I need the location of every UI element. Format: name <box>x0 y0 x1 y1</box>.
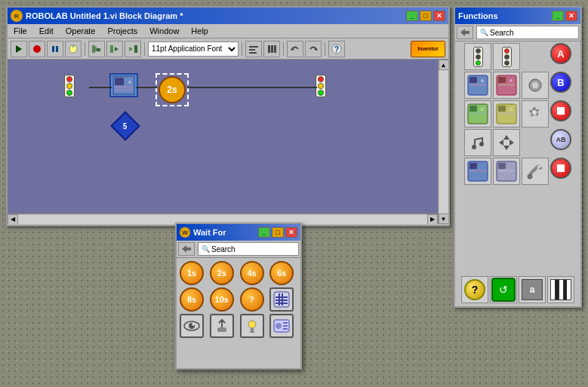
functions-minimize[interactable]: _ <box>552 11 564 21</box>
wait-sensor-touch[interactable] <box>210 314 234 338</box>
context-help-button[interactable]: ? <box>328 41 345 57</box>
step-over-button[interactable] <box>106 41 123 57</box>
svg-rect-18 <box>274 45 276 53</box>
sensor-display: A <box>109 73 138 97</box>
func-sensor-d1[interactable] <box>464 158 491 185</box>
svg-marker-7 <box>97 48 100 51</box>
func-rotate-bottom[interactable]: ↺ <box>490 276 517 303</box>
func-piano-bottom[interactable] <box>547 276 574 303</box>
canvas-area[interactable]: A 2s 5 <box>8 60 448 224</box>
func-sensor-c2[interactable]: C <box>493 100 520 127</box>
light-red-1 <box>66 76 72 82</box>
svg-point-38 <box>532 82 538 88</box>
font-select[interactable]: 11pt Application Font <box>148 41 239 57</box>
timer-block-2s[interactable]: 2s <box>159 76 186 103</box>
wait-minimize[interactable]: _ <box>258 227 270 238</box>
func-btn-stop-2[interactable] <box>550 158 571 179</box>
func-note[interactable] <box>464 129 491 156</box>
func-sensor-b1[interactable]: A <box>493 72 520 99</box>
step-out-button[interactable] <box>125 41 141 57</box>
func-gear[interactable] <box>522 72 549 99</box>
scroll-left-button[interactable]: ◀ <box>8 214 18 225</box>
minimize-button[interactable]: _ <box>406 11 418 21</box>
svg-rect-73 <box>217 327 226 332</box>
timer-10s[interactable]: 10s <box>210 287 234 312</box>
func-row-4: AB <box>457 129 579 156</box>
func-btn-b-blue[interactable]: B <box>550 72 571 93</box>
align-left-button[interactable] <box>245 41 262 57</box>
wait-dialog-title: Wait For <box>193 228 226 237</box>
traffic-light-1[interactable] <box>64 75 75 97</box>
menu-window[interactable]: Window <box>146 25 182 37</box>
timer-2s[interactable]: 2s <box>210 261 234 285</box>
func-btn-a-red[interactable]: A <box>550 43 571 64</box>
timer-8s[interactable]: 8s <box>180 287 204 312</box>
func-info-bottom[interactable]: a <box>519 276 546 303</box>
undo-button[interactable] <box>287 41 303 57</box>
wait-sensor-light[interactable] <box>240 314 264 338</box>
functions-search-box[interactable]: 🔍 Search <box>476 26 579 39</box>
func-sensor-a1[interactable]: A <box>464 72 491 99</box>
timer-6s[interactable]: 6s <box>269 261 294 285</box>
scroll-up-button[interactable]: ▲ <box>439 60 449 70</box>
sensor-block[interactable]: A <box>109 73 138 97</box>
timer-4s[interactable]: 4s <box>240 261 264 285</box>
menu-projects[interactable]: Projects <box>104 25 140 37</box>
maximize-button[interactable]: □ <box>420 11 432 21</box>
func-row-1: A <box>457 43 579 70</box>
run-button[interactable] <box>11 41 27 57</box>
svg-rect-48 <box>557 107 565 115</box>
func-btn-ab[interactable]: AB <box>550 129 571 150</box>
timer-1s[interactable]: 1s <box>180 261 204 285</box>
wait-close[interactable]: ✕ <box>285 227 297 238</box>
scroll-down-button[interactable]: ▼ <box>439 213 449 224</box>
wait-sensor-eye[interactable] <box>180 314 204 338</box>
step-into-button[interactable] <box>88 41 105 57</box>
func-sensor-c1[interactable]: C <box>464 100 491 127</box>
functions-back-button[interactable] <box>457 26 473 39</box>
timer-question[interactable]: ? <box>240 287 264 312</box>
menu-bar: File Edit Operate Projects Window Help <box>8 24 448 38</box>
func-wrench[interactable] <box>522 158 549 185</box>
func-sensor-d2[interactable] <box>493 158 520 185</box>
svg-text:A: A <box>481 78 484 83</box>
redo-button[interactable] <box>305 41 322 57</box>
decision-block[interactable]: 5 <box>112 112 139 140</box>
wait-title-bar: W Wait For _ □ ✕ <box>177 224 300 241</box>
wait-search-icon: 🔍 <box>202 245 210 253</box>
pause-button[interactable] <box>47 41 63 57</box>
traffic-light-2[interactable] <box>316 75 326 97</box>
svg-text:C: C <box>481 107 485 112</box>
main-title-bar: R ROBOLAB Untitled 1.vi Block Diagram * … <box>8 8 448 24</box>
highlight-button[interactable] <box>65 41 82 57</box>
functions-panel: Functions _ ✕ 🔍 Search <box>454 6 582 308</box>
wait-maximize[interactable]: □ <box>272 227 284 238</box>
func-btn-stop-red[interactable] <box>550 100 571 121</box>
func-gear-2[interactable] <box>522 100 549 127</box>
light-green-2 <box>318 90 324 96</box>
light-red-2 <box>318 76 324 82</box>
scroll-right-button[interactable]: ▶ <box>427 214 438 225</box>
app-icon: R <box>11 10 23 22</box>
close-button[interactable]: ✕ <box>433 11 445 21</box>
scroll-track-right <box>439 70 448 213</box>
menu-help[interactable]: Help <box>188 25 211 37</box>
inventor-button[interactable]: Inventor <box>411 41 445 57</box>
svg-rect-75 <box>251 328 254 331</box>
func-tl-red[interactable] <box>493 43 520 70</box>
wait-sensor-4[interactable] <box>269 314 294 338</box>
func-arrows[interactable] <box>493 129 520 156</box>
main-window-title: ROBOLAB Untitled 1.vi Block Diagram * <box>26 11 183 20</box>
wait-clock-icon[interactable] <box>269 287 294 312</box>
menu-file[interactable]: File <box>11 25 30 37</box>
functions-search-label: Search <box>490 29 514 37</box>
menu-operate[interactable]: Operate <box>63 25 99 37</box>
func-question-bottom[interactable]: ? <box>461 276 488 303</box>
wait-back-button[interactable] <box>178 242 195 256</box>
functions-close[interactable]: ✕ <box>565 11 577 21</box>
abort-button[interactable] <box>29 41 45 57</box>
distribute-button[interactable] <box>263 41 280 57</box>
wait-search-box[interactable]: 🔍 Search <box>198 242 299 256</box>
func-tl-green[interactable] <box>464 43 491 70</box>
menu-edit[interactable]: Edit <box>36 25 57 37</box>
